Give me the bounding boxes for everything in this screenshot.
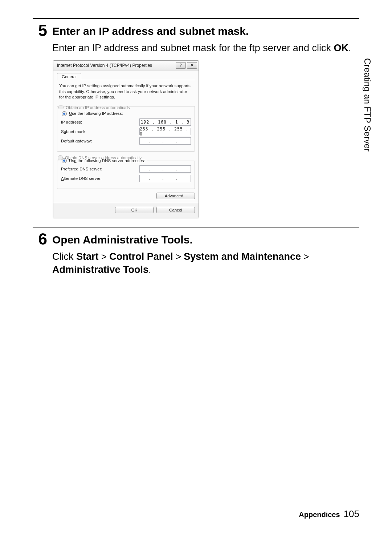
- default-gateway-label: Default gateway:: [61, 139, 115, 143]
- chevron-right-icon: >: [99, 251, 110, 262]
- dialog-titlebar: Internet Protocol Version 4 (TCP/IPv4) P…: [53, 61, 199, 70]
- step-number: 5: [33, 23, 47, 39]
- window-controls: ? ✕: [176, 62, 197, 69]
- ip-address-input[interactable]: 192 . 168 . 1 . 3: [139, 118, 191, 126]
- step-text: Click Start > Control Panel > System and…: [52, 250, 359, 277]
- ip-address-row: IP address: 192 . 168 . 1 . 3 IP address…: [61, 118, 191, 126]
- section-side-label: Creating an FTP Server: [362, 58, 372, 152]
- text-fragment: Click: [52, 251, 76, 262]
- text-fragment: Enter an IP address and subnet mask for …: [52, 43, 334, 53]
- text-bold-start: Start: [76, 251, 99, 262]
- ip-address-label: IP address:: [61, 120, 115, 124]
- text-bold-ok: OK: [334, 43, 348, 53]
- radio-use-dns-label: Use the following DNS server addresses:: [69, 158, 145, 163]
- step-6: 6 Open Administrative Tools. Click Start…: [33, 233, 359, 282]
- preferred-dns-label: Preferred DNS server:: [61, 167, 115, 171]
- chevron-right-icon: >: [301, 251, 309, 262]
- step-text: Enter an IP address and subnet mask for …: [52, 41, 359, 55]
- ok-button[interactable]: OK: [115, 207, 154, 213]
- close-icon[interactable]: ✕: [187, 62, 197, 69]
- radio-icon: [58, 105, 64, 109]
- dialog-title: Internet Protocol Version 4 (TCP/IPv4) P…: [57, 63, 152, 68]
- alternate-dns-label: Alternate DNS server:: [61, 176, 115, 181]
- step-body: Open Administrative Tools. Click Start >…: [52, 233, 359, 282]
- horizontal-rule: [33, 18, 359, 19]
- radio-use-dns[interactable]: Use the following DNS server addresses: …: [62, 158, 147, 163]
- radio-icon: [62, 111, 67, 116]
- step-title: Enter an IP address and subnet mask.: [52, 25, 359, 38]
- step-title: Open Administrative Tools.: [52, 233, 359, 246]
- tab-general[interactable]: General: [57, 73, 81, 80]
- radio-use-ip[interactable]: UUse the following IP address:se the fol…: [62, 111, 190, 116]
- ip-address-group: UUse the following IP address:se the fol…: [57, 106, 195, 152]
- text-bold-admin-tools: Administrative Tools: [52, 264, 148, 275]
- text-fragment: .: [348, 43, 351, 53]
- page-number: 105: [344, 508, 359, 520]
- step-body: Enter an IP address and subnet mask. Ent…: [52, 24, 359, 218]
- alternate-dns-row: Alternate DNS server: . . . Alternate DN…: [61, 175, 191, 182]
- radio-use-ip-label: UUse the following IP address:se the fol…: [69, 111, 123, 116]
- subnet-mask-input[interactable]: 255 . 255 . 255 . 0: [139, 128, 191, 135]
- dialog-description: You can get IP settings assigned automat…: [59, 83, 193, 100]
- text-fragment: .: [148, 264, 151, 275]
- chevron-right-icon: >: [173, 251, 184, 262]
- page-footer: Appendices 105: [33, 508, 359, 520]
- preferred-dns-input[interactable]: . . .: [139, 165, 191, 173]
- help-icon[interactable]: ?: [176, 62, 186, 69]
- advanced-button-row: Advanced... Advanced...: [57, 193, 195, 199]
- subnet-mask-label: Subnet mask:: [61, 129, 115, 134]
- cancel-button[interactable]: Cancel: [156, 207, 195, 213]
- radio-icon: [62, 158, 67, 163]
- step-5: 5 Enter an IP address and subnet mask. E…: [33, 24, 359, 218]
- default-gateway-row: Default gateway: . . . Default gateway:: [61, 137, 191, 145]
- step-number: 6: [33, 231, 47, 247]
- text-bold-system-maintenance: System and Maintenance: [184, 251, 301, 262]
- default-gateway-input[interactable]: . . .: [139, 137, 191, 145]
- alternate-dns-input[interactable]: . . .: [139, 175, 191, 182]
- advanced-button[interactable]: Advanced...: [156, 193, 195, 199]
- manual-page: Creating an FTP Server 5 Enter an IP add…: [0, 0, 392, 540]
- dialog-footer: OK Cancel: [53, 203, 199, 218]
- tab-bar: General: [57, 73, 195, 80]
- preferred-dns-row: Preferred DNS server: . . . Preferred DN…: [61, 165, 191, 173]
- ipv4-properties-dialog: Internet Protocol Version 4 (TCP/IPv4) P…: [53, 60, 199, 218]
- horizontal-rule: [33, 227, 359, 227]
- dialog-body: General You can get IP settings assigned…: [53, 70, 199, 203]
- subnet-mask-row: Subnet mask: 255 . 255 . 255 . 0 Subnet …: [61, 128, 191, 135]
- footer-section-label: Appendices: [299, 511, 340, 519]
- radio-obtain-ip-label: Obtain an IP address automatically: [66, 105, 130, 109]
- text-bold-control-panel: Control Panel: [109, 251, 173, 262]
- dns-group: Use the following DNS server addresses: …: [57, 161, 195, 189]
